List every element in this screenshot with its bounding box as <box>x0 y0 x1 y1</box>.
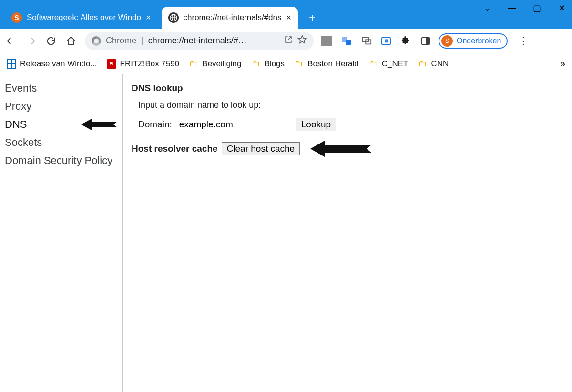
dns-lookup-heading: DNS lookup <box>132 83 563 93</box>
sidebar: Events Proxy DNS Sockets Domain Security… <box>0 74 123 392</box>
bookmark-button[interactable] <box>297 35 307 47</box>
annotation-arrow-icon <box>81 118 117 131</box>
bookmark-label: Beveiliging <box>202 59 241 69</box>
plus-icon: + <box>309 11 316 24</box>
home-button[interactable] <box>65 35 77 47</box>
arrow-left-icon <box>6 36 16 46</box>
folder-icon: 🗀 <box>368 59 378 69</box>
main-panel: DNS lookup Input a domain name to look u… <box>123 74 572 392</box>
folder-icon: 🗀 <box>418 59 428 69</box>
folder-icon: 🗀 <box>189 59 198 69</box>
share-icon <box>284 35 293 44</box>
home-icon <box>66 36 76 46</box>
forward-button[interactable] <box>25 35 37 47</box>
share-button[interactable] <box>284 35 293 46</box>
extension-icons: ⧉ <box>321 36 431 46</box>
reload-button[interactable] <box>45 35 57 47</box>
domain-row: Domain: Lookup <box>138 118 563 131</box>
sidebar-item-label: Domain Security Policy <box>5 155 112 167</box>
toolbar: Chrome | chrome://net-internals/#… ⧉ S O… <box>0 29 572 53</box>
svg-rect-4 <box>346 40 351 45</box>
bookmark-cnet[interactable]: 🗀 C_NET <box>368 59 409 69</box>
omnibox-scheme: Chrome <box>106 36 136 46</box>
back-button[interactable] <box>5 35 17 47</box>
window-controls: ⌄ — ▢ ✕ <box>481 3 567 13</box>
bookmark-label: FRITZ!Box 7590 <box>120 59 180 69</box>
sidebar-item-sockets[interactable]: Sockets <box>3 134 119 152</box>
extensions-menu-icon[interactable] <box>400 36 411 46</box>
profile-label: Onderbroken <box>457 37 501 45</box>
svg-rect-12 <box>12 64 15 68</box>
host-resolver-heading: Host resolver cache <box>132 144 218 154</box>
sidebar-item-domain-security-policy[interactable]: Domain Security Policy <box>3 152 119 170</box>
tab-close-icon[interactable]: × <box>286 13 292 22</box>
arrow-right-icon <box>26 36 36 46</box>
sidebar-item-label: Proxy <box>5 100 31 113</box>
favicon-softwaregeek-icon: S <box>11 12 22 23</box>
annotation-arrow-icon <box>310 141 371 157</box>
new-tab-button[interactable]: + <box>304 9 321 26</box>
omnibox-url: chrome://net-internals/#… <box>148 36 279 46</box>
avatar-icon: S <box>441 35 453 47</box>
tab-net-internals[interactable]: chrome://net-internals/#dns × <box>162 7 298 29</box>
reload-icon <box>46 36 56 46</box>
tab-strip: S Softwaregeek: Alles over Windo × chrom… <box>0 0 321 29</box>
sidebar-item-label: Sockets <box>5 136 42 149</box>
windows-logo-icon <box>7 59 16 69</box>
sidebar-item-proxy[interactable]: Proxy <box>3 97 119 115</box>
svg-rect-11 <box>8 64 11 68</box>
svg-rect-9 <box>8 60 11 63</box>
svg-marker-13 <box>81 118 117 131</box>
bookmark-blogs[interactable]: 🗀 Blogs <box>251 59 285 69</box>
fritzbox-icon: F! <box>107 59 116 69</box>
svg-marker-14 <box>310 141 371 157</box>
chrome-menu-button[interactable]: ⋮ <box>515 35 531 47</box>
bookmark-release-windows[interactable]: Release van Windo... <box>7 59 97 69</box>
sidebar-item-dns[interactable]: DNS <box>3 115 119 134</box>
favicon-globe-icon <box>168 12 179 23</box>
window-maximize-icon[interactable]: ▢ <box>531 3 542 13</box>
extension-translate-icon[interactable] <box>341 36 352 46</box>
tab-softwaregeek[interactable]: S Softwaregeek: Alles over Windo × <box>5 7 158 29</box>
folder-icon: 🗀 <box>294 59 304 69</box>
tab-close-icon[interactable]: × <box>146 13 151 22</box>
lookup-button[interactable]: Lookup <box>296 118 336 131</box>
omnibox-separator: | <box>141 36 143 46</box>
bookmark-label: C_NET <box>382 59 409 69</box>
bookmarks-overflow-button[interactable]: » <box>560 58 565 69</box>
star-icon <box>297 35 307 44</box>
sidebar-item-label: Events <box>5 82 37 94</box>
side-panel-icon[interactable] <box>420 36 431 46</box>
bookmark-label: Release van Windo... <box>20 59 97 69</box>
clear-host-cache-button[interactable]: Clear host cache <box>222 142 300 155</box>
dns-lookup-instruction: Input a domain name to look up: <box>138 100 563 110</box>
window-chevron-icon[interactable]: ⌄ <box>481 3 493 13</box>
bookmark-cnn[interactable]: 🗀 CNN <box>418 59 449 69</box>
bookmark-label: Blogs <box>265 59 285 69</box>
window-close-icon[interactable]: ✕ <box>556 3 567 13</box>
extension-box-icon[interactable] <box>321 36 332 46</box>
bookmark-label: CNN <box>431 59 449 69</box>
host-resolver-row: Host resolver cache Clear host cache <box>132 141 563 157</box>
bookmarks-bar: Release van Windo... F! FRITZ!Box 7590 🗀… <box>0 53 572 74</box>
chrome-logo-icon <box>92 36 101 46</box>
bookmark-boston-herald[interactable]: 🗀 Boston Herald <box>294 59 359 69</box>
sidebar-item-label: DNS <box>5 118 27 131</box>
tab-label: Softwaregeek: Alles over Windo <box>27 13 141 22</box>
profile-chip[interactable]: S Onderbroken <box>439 33 508 49</box>
domain-input[interactable] <box>176 118 292 131</box>
extension-cast-icon[interactable] <box>361 36 372 46</box>
extension-rdp-icon[interactable]: ⧉ <box>381 37 391 45</box>
bookmark-beveiliging[interactable]: 🗀 Beveiliging <box>189 59 241 69</box>
bookmark-fritzbox[interactable]: F! FRITZ!Box 7590 <box>107 59 180 69</box>
folder-icon: 🗀 <box>251 59 261 69</box>
bookmark-label: Boston Herald <box>307 59 359 69</box>
svg-rect-8 <box>426 37 429 44</box>
svg-rect-10 <box>12 60 15 63</box>
domain-label: Domain: <box>138 119 172 130</box>
window-minimize-icon[interactable]: — <box>506 3 518 13</box>
tab-label: chrome://net-internals/#dns <box>184 13 282 22</box>
title-bar: S Softwaregeek: Alles over Windo × chrom… <box>0 0 572 29</box>
omnibox[interactable]: Chrome | chrome://net-internals/#… <box>85 32 314 50</box>
sidebar-item-events[interactable]: Events <box>3 79 119 97</box>
